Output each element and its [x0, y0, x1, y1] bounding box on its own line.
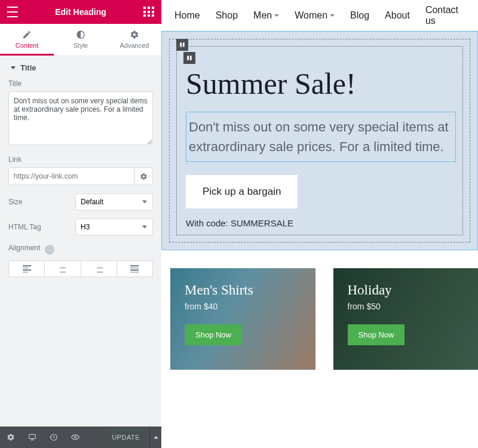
editor-tabs: Content Style Advanced	[0, 24, 161, 56]
preview-button[interactable]	[65, 426, 86, 448]
align-right-button[interactable]	[81, 260, 117, 277]
hero-subhead: Don't miss out on some very special item…	[189, 117, 453, 157]
caret-up-icon	[154, 435, 158, 440]
card-holiday[interactable]: Holiday from $50 Shop Now	[333, 268, 479, 370]
title-label: Title	[8, 79, 153, 88]
svg-rect-0	[29, 434, 36, 438]
publish-options-button[interactable]	[149, 426, 161, 448]
responsive-icon[interactable]: ⋯	[45, 245, 54, 254]
card-title: Holiday	[348, 283, 464, 298]
section-title-toggle[interactable]: Title	[0, 56, 161, 79]
card-title: Men's Shirts	[185, 283, 301, 298]
sidebar-footer: UPDATE	[0, 426, 161, 448]
align-center-icon	[59, 265, 67, 272]
shop-now-button[interactable]: Shop Now	[185, 324, 242, 345]
alignment-label: Alignment	[8, 244, 40, 252]
promo-code-text: With code: SUMMERSALE	[186, 218, 456, 228]
gear-icon	[130, 30, 139, 39]
size-label: Size	[8, 198, 22, 206]
apps-grid-icon[interactable]	[143, 7, 154, 17]
history-button[interactable]	[43, 426, 65, 448]
tab-style[interactable]: Style	[54, 24, 108, 56]
nav-home[interactable]: Home	[174, 10, 200, 21]
shop-now-button[interactable]: Shop Now	[348, 324, 405, 345]
menu-icon[interactable]	[7, 7, 18, 17]
link-input[interactable]	[8, 167, 135, 185]
panel-title: Edit Heading	[55, 7, 106, 17]
history-icon	[50, 433, 58, 441]
nav-about[interactable]: About	[385, 10, 410, 21]
align-justify-button[interactable]	[117, 260, 153, 277]
card-mens-shirts[interactable]: Men's Shirts from $40 Shop Now	[170, 268, 315, 370]
site-nav: Home Shop Men Women Blog About Contact u…	[161, 0, 478, 31]
gear-icon	[140, 173, 148, 180]
align-justify-icon	[130, 265, 139, 272]
responsive-mode-button[interactable]	[22, 426, 43, 448]
hero-subhead-widget[interactable]: Don't miss out on some very special item…	[186, 112, 456, 162]
title-textarea[interactable]: Don't miss out on some very special item…	[8, 91, 153, 145]
pencil-icon	[22, 30, 32, 39]
hero-section[interactable]: Summer Sale! Don't miss out on some very…	[161, 31, 478, 250]
nav-blog[interactable]: Blog	[350, 10, 369, 21]
product-cards: Men's Shirts from $40 Shop Now Holiday f…	[161, 250, 478, 370]
content-form: Title Don't miss out on some very specia…	[0, 79, 161, 277]
nav-men[interactable]: Men	[253, 10, 279, 21]
htmltag-select[interactable]: H3	[75, 219, 153, 235]
align-left-button[interactable]	[8, 260, 45, 277]
svg-point-1	[74, 436, 76, 438]
link-options-button[interactable]	[135, 167, 153, 185]
tab-content[interactable]: Content	[0, 24, 54, 56]
card-price: from $50	[348, 302, 464, 311]
nav-women[interactable]: Women	[295, 10, 335, 21]
sidebar-header: Edit Heading	[0, 0, 161, 24]
eye-icon	[71, 433, 80, 441]
nav-contact[interactable]: Contact us	[425, 5, 465, 26]
size-select[interactable]: Default	[75, 194, 153, 210]
align-right-icon	[94, 265, 103, 272]
htmltag-label: HTML Tag	[8, 223, 41, 231]
chevron-down-icon	[274, 14, 279, 17]
chevron-down-icon	[330, 14, 335, 17]
align-center-button[interactable]	[45, 260, 81, 277]
editor-sidebar: Edit Heading Content Style Advanced Titl…	[0, 0, 161, 448]
tab-advanced[interactable]: Advanced	[108, 24, 161, 56]
hero-cta-button[interactable]: Pick up a bargain	[186, 175, 298, 208]
card-price: from $40	[185, 302, 301, 311]
alignment-buttons	[8, 260, 153, 277]
preview-canvas: Home Shop Men Women Blog About Contact u…	[161, 0, 478, 448]
update-button[interactable]: UPDATE	[102, 426, 149, 448]
desktop-icon	[27, 433, 37, 441]
caret-down-icon	[11, 66, 16, 69]
nav-shop[interactable]: Shop	[216, 10, 238, 21]
link-label: Link	[8, 155, 153, 164]
align-left-icon	[23, 265, 31, 272]
settings-button[interactable]	[0, 426, 22, 448]
hero-headline[interactable]: Summer Sale!	[186, 66, 456, 101]
contrast-icon	[76, 30, 85, 39]
gear-icon	[7, 433, 15, 441]
